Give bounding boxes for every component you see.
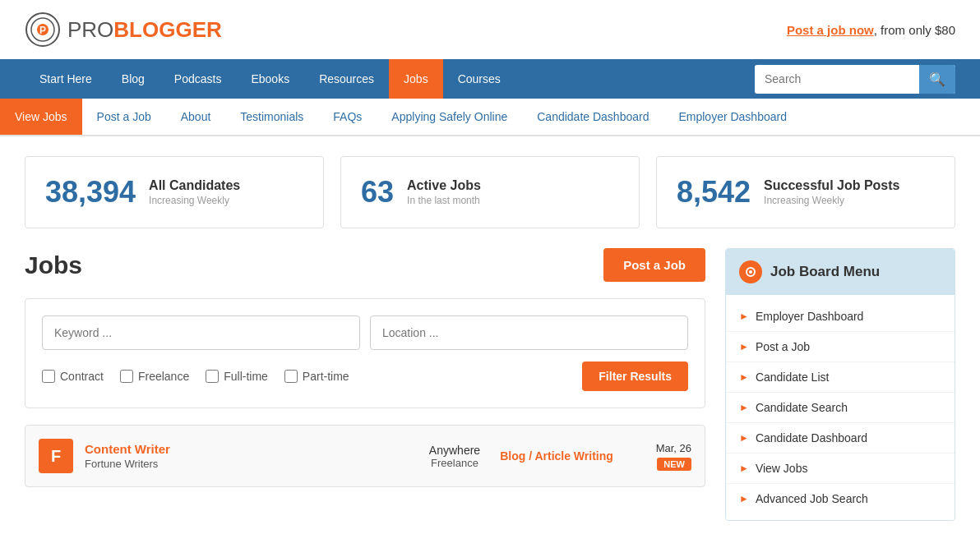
job-title-link[interactable]: Content Writer xyxy=(85,442,170,456)
subnav-employer-dashboard[interactable]: Employer Dashboard xyxy=(663,99,802,135)
job-category: Blog / Article Writing xyxy=(499,449,614,463)
job-details: Content Writer Fortune Writers xyxy=(85,442,410,470)
nav-search: 🔍 xyxy=(755,65,955,94)
search-form: Contract Freelance Full-time Part-time F… xyxy=(25,298,705,408)
keyword-input[interactable] xyxy=(42,315,360,350)
filter-freelance-checkbox[interactable] xyxy=(120,370,133,383)
stat-sub-posts: Increasing Weekly xyxy=(764,195,899,206)
filter-contract-checkbox[interactable] xyxy=(42,370,55,383)
svg-point-5 xyxy=(749,270,752,274)
stat-title-jobs: Active Jobs xyxy=(407,178,481,193)
nav-item-podcasts[interactable]: Podcasts xyxy=(159,59,237,99)
subnav-view-jobs[interactable]: View Jobs xyxy=(0,99,82,135)
sidebar-menu-icon xyxy=(739,260,762,283)
stat-card-jobs: 63 Active Jobs In the last month xyxy=(340,156,640,228)
logo-icon: P xyxy=(25,12,61,48)
sidebar-menu-title: Job Board Menu xyxy=(770,264,880,280)
subnav-testimonials[interactable]: Testimonials xyxy=(225,99,318,135)
job-title: Content Writer xyxy=(85,442,410,456)
filter-freelance[interactable]: Freelance xyxy=(120,370,189,383)
sub-nav: View Jobs Post a Job About Testimonials … xyxy=(0,99,980,136)
nav-item-jobs[interactable]: Jobs xyxy=(389,59,443,99)
post-job-button[interactable]: Post a Job xyxy=(603,248,705,282)
job-location: Anywhere Freelance xyxy=(422,444,488,469)
content-area: Jobs Post a Job Contract Freelance xyxy=(0,248,980,537)
filter-parttime[interactable]: Part-time xyxy=(284,370,349,383)
stat-card-candidates: 38,394 All Candidates Increasing Weekly xyxy=(25,156,324,228)
sidebar-item-post-job[interactable]: ► Post a Job xyxy=(726,332,955,362)
main-nav-items: Start Here Blog Podcasts Ebooks Resource… xyxy=(25,59,755,99)
svg-text:P: P xyxy=(39,25,46,36)
nav-item-ebooks[interactable]: Ebooks xyxy=(236,59,304,99)
search-filters: Contract Freelance Full-time Part-time F… xyxy=(42,361,688,391)
sidebar-item-label: Employer Dashboard xyxy=(756,310,864,323)
top-header: P PROBLOGGER Post a job now, from only $… xyxy=(0,0,980,59)
filter-contract[interactable]: Contract xyxy=(42,370,104,383)
nav-item-courses[interactable]: Courses xyxy=(443,59,515,99)
stat-sub-jobs: In the last month xyxy=(407,195,481,206)
subnav-applying-safely[interactable]: Applying Safely Online xyxy=(377,99,522,135)
search-inputs xyxy=(42,315,688,350)
nav-item-resources[interactable]: Resources xyxy=(304,59,389,99)
job-date-area: Mar, 26 NEW xyxy=(626,442,691,471)
stat-card-posts: 8,542 Successful Job Posts Increasing We… xyxy=(656,156,955,228)
promo-text: Post a job now, from only $80 xyxy=(787,23,955,37)
job-listing: F Content Writer Fortune Writers Anywher… xyxy=(25,425,705,487)
subnav-about[interactable]: About xyxy=(166,99,226,135)
new-badge: NEW xyxy=(657,458,691,471)
arrow-icon: ► xyxy=(739,432,749,444)
stat-number-posts: 8,542 xyxy=(677,175,751,210)
sidebar-item-candidate-list[interactable]: ► Candidate List xyxy=(726,362,955,393)
filter-results-button[interactable]: Filter Results xyxy=(582,361,688,391)
logo: P PROBLOGGER xyxy=(25,12,222,48)
sidebar-item-candidate-dashboard[interactable]: ► Candidate Dashboard xyxy=(726,423,955,454)
stat-sub-candidates: Increasing Weekly xyxy=(149,195,240,206)
sidebar-item-label: Candidate Search xyxy=(756,401,848,414)
filter-fulltime[interactable]: Full-time xyxy=(206,370,268,383)
logo-wordmark: PROBLOGGER xyxy=(67,17,222,43)
main-nav: Start Here Blog Podcasts Ebooks Resource… xyxy=(0,59,980,99)
job-category-link[interactable]: Blog / Article Writing xyxy=(500,449,613,463)
stat-number-jobs: 63 xyxy=(361,175,394,210)
subnav-candidate-dashboard[interactable]: Candidate Dashboard xyxy=(522,99,663,135)
sidebar: Job Board Menu ► Employer Dashboard ► Po… xyxy=(725,248,955,521)
sidebar-item-employer-dashboard[interactable]: ► Employer Dashboard xyxy=(726,302,955,332)
arrow-icon: ► xyxy=(739,493,749,504)
sidebar-item-label: Post a Job xyxy=(756,340,810,353)
subnav-post-job[interactable]: Post a Job xyxy=(82,99,166,135)
arrow-icon: ► xyxy=(739,341,749,352)
stat-title-posts: Successful Job Posts xyxy=(764,178,899,193)
stat-title-candidates: All Candidates xyxy=(149,178,240,193)
subnav-faqs[interactable]: FAQs xyxy=(318,99,377,135)
jobs-title: Jobs xyxy=(25,251,82,279)
main-content: Jobs Post a Job Contract Freelance xyxy=(25,248,705,521)
location-input[interactable] xyxy=(370,315,688,350)
nav-item-start-here[interactable]: Start Here xyxy=(25,59,107,99)
search-button[interactable]: 🔍 xyxy=(919,65,955,94)
stats-section: 38,394 All Candidates Increasing Weekly … xyxy=(0,136,980,248)
arrow-icon: ► xyxy=(739,463,749,474)
filter-parttime-checkbox[interactable] xyxy=(284,370,298,383)
job-location-type: Freelance xyxy=(422,457,488,469)
sidebar-item-label: Candidate Dashboard xyxy=(756,431,867,444)
search-input[interactable] xyxy=(755,66,919,92)
job-company-icon: F xyxy=(39,439,73,473)
job-location-name: Anywhere xyxy=(422,444,488,457)
arrow-icon: ► xyxy=(739,311,749,322)
sidebar-item-view-jobs[interactable]: ► View Jobs xyxy=(726,454,955,484)
sidebar-item-label: Advanced Job Search xyxy=(756,492,868,505)
sidebar-menu-items: ► Employer Dashboard ► Post a Job ► Cand… xyxy=(726,295,955,520)
sidebar-item-label: Candidate List xyxy=(756,371,830,384)
stat-number-candidates: 38,394 xyxy=(45,175,136,210)
job-company: Fortune Writers xyxy=(85,458,410,470)
sidebar-item-candidate-search[interactable]: ► Candidate Search xyxy=(726,393,955,423)
sidebar-item-label: View Jobs xyxy=(756,462,808,475)
sidebar-item-advanced-job-search[interactable]: ► Advanced Job Search xyxy=(726,484,955,513)
post-job-promo-link[interactable]: Post a job now xyxy=(787,23,874,37)
filter-fulltime-checkbox[interactable] xyxy=(206,370,219,383)
arrow-icon: ► xyxy=(739,402,749,413)
sidebar-menu-header: Job Board Menu xyxy=(726,249,955,295)
arrow-icon: ► xyxy=(739,371,749,383)
nav-item-blog[interactable]: Blog xyxy=(107,59,159,99)
sidebar-menu: Job Board Menu ► Employer Dashboard ► Po… xyxy=(725,248,955,521)
